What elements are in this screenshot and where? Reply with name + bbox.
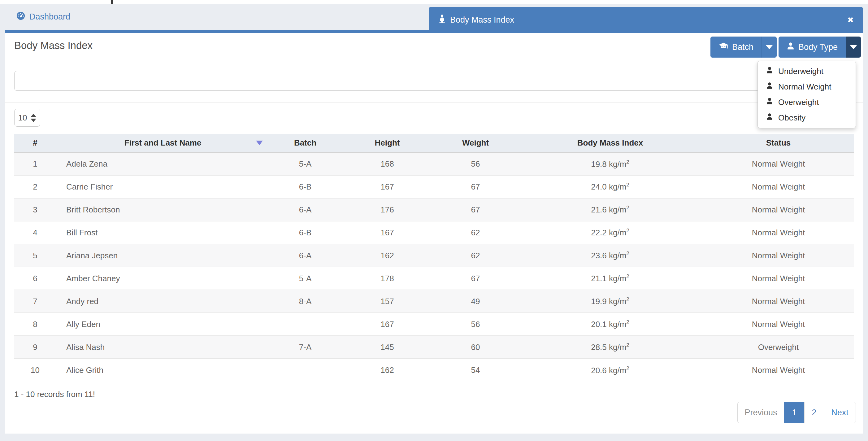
records-summary: 1 - 10 records from 11! bbox=[14, 390, 95, 399]
body-type-button[interactable]: Body Type bbox=[778, 36, 846, 58]
cell-name: Britt Robertson bbox=[56, 198, 270, 221]
body-type-dropdown-menu: UnderweightNormal WeightOverweightObesit… bbox=[757, 61, 856, 128]
cell-height: 162 bbox=[341, 244, 434, 267]
column-header-height[interactable]: Height bbox=[341, 134, 434, 152]
tab-body-mass-index[interactable]: Body Mass Index ✖ bbox=[429, 7, 863, 33]
cell-status: Normal Weight bbox=[703, 244, 854, 267]
column-header-num[interactable]: # bbox=[14, 134, 56, 152]
cell-num: 6 bbox=[14, 267, 56, 290]
user-icon bbox=[786, 42, 795, 52]
cell-status: Normal Weight bbox=[703, 152, 854, 175]
page-next[interactable]: Next bbox=[824, 402, 856, 423]
menu-item-label: Obesity bbox=[778, 113, 805, 123]
page-size-spinner[interactable]: 10 bbox=[14, 109, 40, 127]
cell-status: Normal Weight bbox=[703, 267, 854, 290]
cell-batch bbox=[270, 359, 341, 382]
cell-batch: 7-A bbox=[270, 336, 341, 359]
cell-status: Normal Weight bbox=[703, 359, 854, 382]
menu-item-obesity[interactable]: Obesity bbox=[758, 110, 856, 125]
cell-status: Normal Weight bbox=[703, 313, 854, 336]
user-icon bbox=[766, 82, 773, 92]
batch-dropdown-toggle[interactable] bbox=[762, 36, 777, 58]
cell-name: Carrie Fisher bbox=[56, 175, 270, 198]
column-header-weight[interactable]: Weight bbox=[434, 134, 517, 152]
spinner-up-icon[interactable] bbox=[31, 114, 36, 117]
user-icon bbox=[766, 97, 773, 107]
cell-weight: 56 bbox=[434, 152, 517, 175]
bmi-exponent: 2 bbox=[626, 319, 629, 325]
cell-name: Ally Eden bbox=[56, 313, 270, 336]
body-type-dropdown-toggle[interactable] bbox=[846, 36, 861, 58]
page-2[interactable]: 2 bbox=[804, 402, 824, 423]
menu-item-normal-weight[interactable]: Normal Weight bbox=[758, 79, 856, 94]
cell-bmi: 19.8 kg/m2 bbox=[517, 152, 703, 175]
graduation-cap-icon bbox=[718, 42, 728, 52]
user-icon bbox=[766, 113, 773, 123]
cell-num: 1 bbox=[14, 152, 56, 175]
cell-bmi: 20.6 kg/m2 bbox=[517, 359, 703, 382]
column-header-status[interactable]: Status bbox=[703, 134, 854, 152]
page-title: Body Mass Index bbox=[14, 40, 93, 51]
cell-height: 167 bbox=[341, 221, 434, 244]
menu-item-underweight[interactable]: Underweight bbox=[758, 63, 856, 79]
cell-batch: 6-B bbox=[270, 175, 341, 198]
batch-button-group: Batch bbox=[710, 36, 777, 58]
table-row: 7Andy red8-A1574919.9 kg/m2Normal Weight bbox=[14, 290, 854, 313]
tab-dashboard[interactable]: Dashboard bbox=[9, 4, 77, 30]
spinner-down-icon[interactable] bbox=[31, 119, 36, 122]
cell-num: 7 bbox=[14, 290, 56, 313]
cell-height: 162 bbox=[341, 359, 434, 382]
cell-batch: 6-B bbox=[270, 221, 341, 244]
cell-bmi: 20.1 kg/m2 bbox=[517, 313, 703, 336]
close-icon[interactable]: ✖ bbox=[847, 16, 854, 25]
bmi-table: #First and Last NameBatchHeightWeightBod… bbox=[14, 134, 854, 382]
table-row: 9Alisa Nash7-A1456028.5 kg/m2Overweight bbox=[14, 336, 854, 359]
cell-bmi: 23.6 kg/m2 bbox=[517, 244, 703, 267]
menu-item-label: Underweight bbox=[778, 66, 824, 76]
cell-height: 167 bbox=[341, 175, 434, 198]
cell-height: 168 bbox=[341, 152, 434, 175]
page-1[interactable]: 1 bbox=[784, 402, 804, 423]
cell-num: 9 bbox=[14, 336, 56, 359]
cell-weight: 54 bbox=[434, 359, 517, 382]
table-row: 4Bill Frost6-B1676222.2 kg/m2Normal Weig… bbox=[14, 221, 854, 244]
bmi-exponent: 2 bbox=[626, 365, 629, 371]
window-top-strip bbox=[0, 0, 868, 4]
cell-height: 176 bbox=[341, 198, 434, 221]
menu-item-label: Overweight bbox=[778, 97, 819, 107]
cell-status: Normal Weight bbox=[703, 290, 854, 313]
column-header-first-and-last-name[interactable]: First and Last Name bbox=[56, 134, 270, 152]
cell-weight: 67 bbox=[434, 267, 517, 290]
table-row: 3Britt Robertson6-A1766721.6 kg/m2Normal… bbox=[14, 198, 854, 221]
column-header-batch[interactable]: Batch bbox=[270, 134, 341, 152]
user-icon bbox=[766, 66, 773, 76]
cell-height: 167 bbox=[341, 313, 434, 336]
window-artifact bbox=[111, 0, 113, 4]
menu-item-overweight[interactable]: Overweight bbox=[758, 94, 856, 110]
cell-weight: 49 bbox=[434, 290, 517, 313]
cell-batch: 5-A bbox=[270, 267, 341, 290]
cell-num: 3 bbox=[14, 198, 56, 221]
table-header-row: #First and Last NameBatchHeightWeightBod… bbox=[14, 134, 854, 152]
sort-desc-icon bbox=[256, 141, 263, 145]
table-row: 6Amber Chaney5-A1786721.1 kg/m2Normal We… bbox=[14, 267, 854, 290]
cell-bmi: 22.2 kg/m2 bbox=[517, 221, 703, 244]
batch-button[interactable]: Batch bbox=[710, 36, 762, 58]
cell-height: 157 bbox=[341, 290, 434, 313]
cell-name: Andy red bbox=[56, 290, 270, 313]
cell-name: Bill Frost bbox=[56, 221, 270, 244]
table-row: 8Ally Eden1675620.1 kg/m2Normal Weight bbox=[14, 313, 854, 336]
cell-batch: 6-A bbox=[270, 198, 341, 221]
column-header-body-mass-index[interactable]: Body Mass Index bbox=[517, 134, 703, 152]
bmi-exponent: 2 bbox=[626, 182, 629, 188]
cell-weight: 67 bbox=[434, 175, 517, 198]
table-row: 10Alice Grith1625420.6 kg/m2Normal Weigh… bbox=[14, 359, 854, 382]
cell-name: Alisa Nash bbox=[56, 336, 270, 359]
cell-num: 5 bbox=[14, 244, 56, 267]
filter-input[interactable] bbox=[14, 71, 854, 91]
cell-name: Amber Chaney bbox=[56, 267, 270, 290]
page-previous[interactable]: Previous bbox=[738, 402, 784, 423]
spinner-arrows-icon[interactable] bbox=[31, 114, 36, 122]
tab-dashboard-label: Dashboard bbox=[29, 12, 70, 22]
cell-bmi: 21.1 kg/m2 bbox=[517, 267, 703, 290]
